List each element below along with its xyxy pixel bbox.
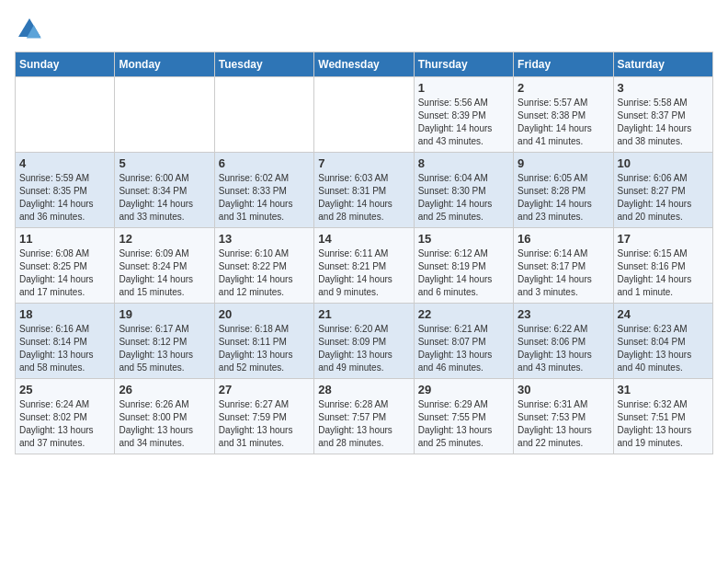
calendar-cell: 28Sunrise: 6:28 AM Sunset: 7:57 PM Dayli… bbox=[314, 379, 414, 454]
calendar-cell: 11Sunrise: 6:08 AM Sunset: 8:25 PM Dayli… bbox=[16, 228, 115, 304]
calendar-cell: 23Sunrise: 6:22 AM Sunset: 8:06 PM Dayli… bbox=[514, 304, 613, 379]
calendar-cell: 10Sunrise: 6:06 AM Sunset: 8:27 PM Dayli… bbox=[613, 153, 712, 228]
calendar-cell: 7Sunrise: 6:03 AM Sunset: 8:31 PM Daylig… bbox=[314, 153, 414, 228]
day-number: 29 bbox=[418, 383, 509, 396]
day-info: Sunrise: 6:23 AM Sunset: 8:04 PM Dayligh… bbox=[618, 323, 709, 374]
calendar-cell bbox=[214, 77, 313, 153]
calendar-cell: 16Sunrise: 6:14 AM Sunset: 8:17 PM Dayli… bbox=[514, 228, 613, 304]
calendar-cell: 8Sunrise: 6:04 AM Sunset: 8:30 PM Daylig… bbox=[414, 153, 513, 228]
calendar-cell: 27Sunrise: 6:27 AM Sunset: 7:59 PM Dayli… bbox=[214, 379, 313, 454]
weekday-header-monday: Monday bbox=[115, 52, 214, 77]
day-info: Sunrise: 6:26 AM Sunset: 8:00 PM Dayligh… bbox=[119, 398, 210, 450]
day-number: 5 bbox=[119, 156, 210, 170]
day-number: 14 bbox=[318, 232, 409, 246]
day-number: 16 bbox=[518, 232, 609, 246]
week-row-3: 11Sunrise: 6:08 AM Sunset: 8:25 PM Dayli… bbox=[16, 228, 713, 304]
day-info: Sunrise: 6:32 AM Sunset: 7:51 PM Dayligh… bbox=[618, 398, 709, 450]
day-number: 7 bbox=[318, 156, 409, 170]
calendar-cell: 1Sunrise: 5:56 AM Sunset: 8:39 PM Daylig… bbox=[414, 77, 513, 153]
day-info: Sunrise: 6:03 AM Sunset: 8:31 PM Dayligh… bbox=[318, 172, 409, 224]
day-number: 30 bbox=[518, 383, 609, 396]
day-info: Sunrise: 6:05 AM Sunset: 8:28 PM Dayligh… bbox=[518, 172, 609, 224]
day-info: Sunrise: 5:58 AM Sunset: 8:37 PM Dayligh… bbox=[618, 97, 709, 148]
day-info: Sunrise: 6:15 AM Sunset: 8:16 PM Dayligh… bbox=[618, 247, 709, 299]
calendar-cell: 14Sunrise: 6:11 AM Sunset: 8:21 PM Dayli… bbox=[314, 228, 414, 304]
day-info: Sunrise: 6:18 AM Sunset: 8:11 PM Dayligh… bbox=[219, 323, 310, 374]
day-info: Sunrise: 6:08 AM Sunset: 8:25 PM Dayligh… bbox=[19, 247, 110, 299]
day-number: 1 bbox=[418, 81, 509, 95]
day-number: 13 bbox=[219, 232, 310, 246]
calendar-cell: 5Sunrise: 6:00 AM Sunset: 8:34 PM Daylig… bbox=[115, 153, 214, 228]
day-number: 20 bbox=[219, 307, 310, 321]
calendar-cell bbox=[314, 77, 414, 153]
day-info: Sunrise: 6:10 AM Sunset: 8:22 PM Dayligh… bbox=[219, 247, 310, 299]
day-number: 26 bbox=[119, 383, 210, 396]
day-info: Sunrise: 5:59 AM Sunset: 8:35 PM Dayligh… bbox=[19, 172, 110, 224]
day-number: 19 bbox=[119, 307, 210, 321]
calendar-cell: 18Sunrise: 6:16 AM Sunset: 8:14 PM Dayli… bbox=[16, 304, 115, 379]
day-info: Sunrise: 6:06 AM Sunset: 8:27 PM Dayligh… bbox=[618, 172, 709, 224]
weekday-header-tuesday: Tuesday bbox=[214, 52, 313, 77]
day-number: 10 bbox=[618, 156, 709, 170]
calendar-cell bbox=[115, 77, 214, 153]
calendar-cell: 4Sunrise: 5:59 AM Sunset: 8:35 PM Daylig… bbox=[16, 153, 115, 228]
day-info: Sunrise: 6:16 AM Sunset: 8:14 PM Dayligh… bbox=[19, 323, 110, 374]
calendar-cell: 9Sunrise: 6:05 AM Sunset: 8:28 PM Daylig… bbox=[514, 153, 613, 228]
day-info: Sunrise: 6:29 AM Sunset: 7:55 PM Dayligh… bbox=[418, 398, 509, 450]
day-info: Sunrise: 6:02 AM Sunset: 8:33 PM Dayligh… bbox=[219, 172, 310, 224]
day-number: 9 bbox=[518, 156, 609, 170]
day-number: 6 bbox=[219, 156, 310, 170]
day-number: 21 bbox=[318, 307, 409, 321]
day-info: Sunrise: 6:31 AM Sunset: 7:53 PM Dayligh… bbox=[518, 398, 609, 450]
day-number: 31 bbox=[618, 383, 709, 396]
calendar-cell: 26Sunrise: 6:26 AM Sunset: 8:00 PM Dayli… bbox=[115, 379, 214, 454]
day-info: Sunrise: 6:27 AM Sunset: 7:59 PM Dayligh… bbox=[219, 398, 310, 450]
week-row-4: 18Sunrise: 6:16 AM Sunset: 8:14 PM Dayli… bbox=[16, 304, 713, 379]
day-info: Sunrise: 6:00 AM Sunset: 8:34 PM Dayligh… bbox=[119, 172, 210, 224]
day-info: Sunrise: 6:20 AM Sunset: 8:09 PM Dayligh… bbox=[318, 323, 409, 374]
calendar-cell: 2Sunrise: 5:57 AM Sunset: 8:38 PM Daylig… bbox=[514, 77, 613, 153]
logo bbox=[15, 15, 48, 44]
calendar-cell: 30Sunrise: 6:31 AM Sunset: 7:53 PM Dayli… bbox=[514, 379, 613, 454]
day-number: 28 bbox=[318, 383, 409, 396]
day-number: 15 bbox=[418, 232, 509, 246]
day-number: 4 bbox=[19, 156, 110, 170]
day-info: Sunrise: 6:12 AM Sunset: 8:19 PM Dayligh… bbox=[418, 247, 509, 299]
day-number: 11 bbox=[19, 232, 110, 246]
calendar-header-row: SundayMondayTuesdayWednesdayThursdayFrid… bbox=[16, 52, 713, 77]
calendar-cell: 25Sunrise: 6:24 AM Sunset: 8:02 PM Dayli… bbox=[16, 379, 115, 454]
day-info: Sunrise: 6:11 AM Sunset: 8:21 PM Dayligh… bbox=[318, 247, 409, 299]
week-row-1: 1Sunrise: 5:56 AM Sunset: 8:39 PM Daylig… bbox=[16, 77, 713, 153]
day-number: 24 bbox=[618, 307, 709, 321]
calendar-cell: 3Sunrise: 5:58 AM Sunset: 8:37 PM Daylig… bbox=[613, 77, 712, 153]
weekday-header-sunday: Sunday bbox=[16, 52, 115, 77]
day-info: Sunrise: 5:57 AM Sunset: 8:38 PM Dayligh… bbox=[518, 97, 609, 148]
calendar-table: SundayMondayTuesdayWednesdayThursdayFrid… bbox=[15, 52, 713, 454]
day-number: 18 bbox=[19, 307, 110, 321]
calendar-cell: 22Sunrise: 6:21 AM Sunset: 8:07 PM Dayli… bbox=[414, 304, 513, 379]
calendar-cell: 24Sunrise: 6:23 AM Sunset: 8:04 PM Dayli… bbox=[613, 304, 712, 379]
day-number: 25 bbox=[19, 383, 110, 396]
day-number: 27 bbox=[219, 383, 310, 396]
week-row-2: 4Sunrise: 5:59 AM Sunset: 8:35 PM Daylig… bbox=[16, 153, 713, 228]
page-header bbox=[15, 15, 713, 44]
calendar-cell bbox=[16, 77, 115, 153]
day-number: 3 bbox=[618, 81, 709, 95]
day-number: 17 bbox=[618, 232, 709, 246]
day-info: Sunrise: 6:28 AM Sunset: 7:57 PM Dayligh… bbox=[318, 398, 409, 450]
day-info: Sunrise: 6:04 AM Sunset: 8:30 PM Dayligh… bbox=[418, 172, 509, 224]
calendar-cell: 29Sunrise: 6:29 AM Sunset: 7:55 PM Dayli… bbox=[414, 379, 513, 454]
day-info: Sunrise: 6:14 AM Sunset: 8:17 PM Dayligh… bbox=[518, 247, 609, 299]
day-info: Sunrise: 6:09 AM Sunset: 8:24 PM Dayligh… bbox=[119, 247, 210, 299]
calendar-cell: 15Sunrise: 6:12 AM Sunset: 8:19 PM Dayli… bbox=[414, 228, 513, 304]
day-info: Sunrise: 5:56 AM Sunset: 8:39 PM Dayligh… bbox=[418, 97, 509, 148]
day-number: 2 bbox=[518, 81, 609, 95]
logo-icon bbox=[15, 15, 44, 44]
day-info: Sunrise: 6:21 AM Sunset: 8:07 PM Dayligh… bbox=[418, 323, 509, 374]
day-number: 8 bbox=[418, 156, 509, 170]
day-number: 22 bbox=[418, 307, 509, 321]
weekday-header-wednesday: Wednesday bbox=[314, 52, 414, 77]
day-info: Sunrise: 6:22 AM Sunset: 8:06 PM Dayligh… bbox=[518, 323, 609, 374]
calendar-cell: 13Sunrise: 6:10 AM Sunset: 8:22 PM Dayli… bbox=[214, 228, 313, 304]
week-row-5: 25Sunrise: 6:24 AM Sunset: 8:02 PM Dayli… bbox=[16, 379, 713, 454]
